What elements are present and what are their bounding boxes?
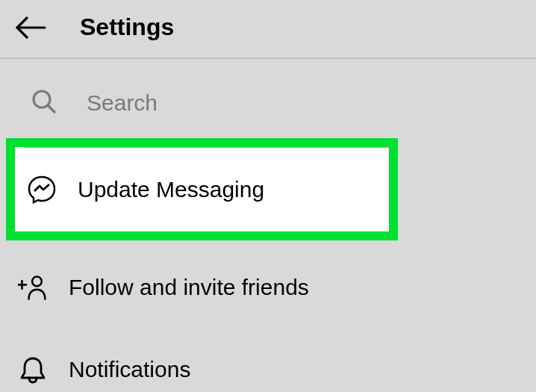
page-title: Settings [80, 13, 174, 41]
search-placeholder: Search [87, 90, 158, 116]
svg-line-2 [48, 105, 54, 112]
menu-label: Update Messaging [78, 177, 264, 202]
highlight-callout: Update Messaging [6, 138, 398, 240]
search-row[interactable]: Search [0, 59, 536, 132]
bell-icon [16, 355, 49, 385]
menu-item-update-messaging[interactable]: Update Messaging [15, 148, 389, 231]
add-person-icon [16, 273, 49, 302]
menu-item-follow-invite[interactable]: Follow and invite friends [0, 246, 536, 329]
header: Settings [0, 0, 536, 57]
svg-point-5 [32, 276, 42, 286]
menu-item-notifications[interactable]: Notifications [0, 329, 536, 392]
messenger-icon [25, 175, 58, 205]
menu-label: Follow and invite friends [69, 275, 309, 300]
search-icon [31, 89, 57, 117]
menu-label: Notifications [69, 357, 190, 382]
arrow-left-icon [15, 16, 46, 39]
back-button[interactable] [15, 16, 46, 39]
